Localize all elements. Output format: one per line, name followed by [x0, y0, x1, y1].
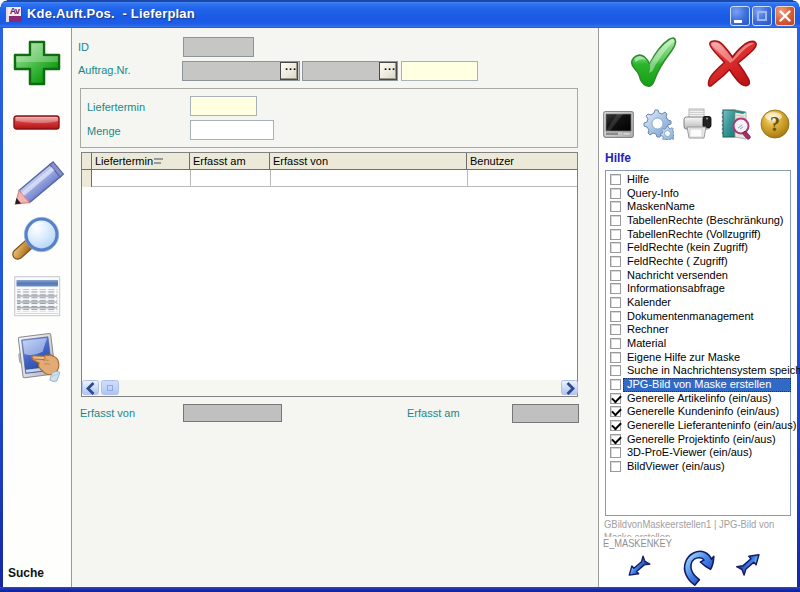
svg-text:?: ?	[770, 113, 780, 135]
